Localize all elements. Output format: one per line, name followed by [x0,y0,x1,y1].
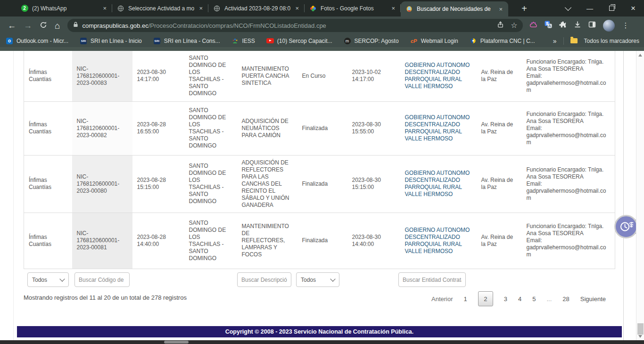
copyright-bar: Copyright © 2008 - 2023 Servicio Naciona… [17,326,622,337]
cloud-extension-icon[interactable] [529,21,537,30]
bookmark-label: SERCOP: Agosto [355,38,399,44]
outlook-letter: o [6,38,13,44]
scroll-up-arrow[interactable] [638,54,642,57]
cell-description: ADQUISICIÓN DE NEUMÁTICOS PARA CAMIÓN [237,101,297,155]
browser-menu-icon[interactable]: ⋮ [622,21,629,30]
page-2-button-active[interactable]: 2 [478,291,493,306]
home-button[interactable]: ⌂ [55,21,60,30]
new-tab-button[interactable]: + [518,2,531,15]
close-tab-icon[interactable]: × [294,5,300,12]
previous-page-button[interactable]: Anterior [431,295,453,303]
cell-location: SANTO DOMINGO DE LOS TSACHILAS - SANTO D… [184,51,237,101]
cell-start-date: 2023-08-30 14:17:00 [132,51,184,101]
bookmark-sri-consultas[interactable]: SRI SRI en Línea - Cons... [153,37,220,45]
next-page-button[interactable]: Siguiente [580,295,606,303]
cell-location: SANTO DOMINGO DE LOS TSACHILAS - SANTO D… [184,155,237,213]
floating-timer-button[interactable] [614,215,638,238]
cell-end-date: 2023-08-30 15:55:00 [347,101,400,155]
bookmark-label: SRI en Línea - Cons... [164,38,220,44]
entity-link[interactable]: GOBIERNO AUTONOMO DESCENTRALIZADO PARROQ… [405,170,470,197]
page-4-button[interactable]: 4 [518,295,521,303]
tab-title: Seleccione Actividad a modi [128,5,194,12]
cell-contact: Funcionario Encargado: Tnlga. Ana Sosa T… [522,155,615,213]
cell-status: En Curso [297,51,347,101]
entity-link[interactable]: GOBIERNO AUTONOMO DESCENTRALIZADO PARROQ… [405,114,470,142]
all-bookmarks-label[interactable]: Todos los marcadores [584,38,639,44]
close-tab-icon[interactable]: × [498,6,504,13]
bookmark-iess[interactable]: IESS [231,37,255,45]
description-search-input[interactable] [237,272,291,287]
cell-contact: Funcionario Encargado: Tnlga. Ana Sosa T… [522,51,615,101]
entity-link[interactable]: GOBIERNO AUTONOMO DESCENTRALIZADO PARROQ… [405,227,470,254]
bookmark-webmail[interactable]: cP Webmail Login [410,37,458,45]
downloads-icon[interactable] [574,21,581,30]
whatsapp-unread-count: 2 [21,5,28,12]
horizontal-scrollbar[interactable] [0,340,644,344]
extensions-puzzle-icon[interactable] [559,21,567,30]
tab-actividad[interactable]: Actividad 2023-08-29 08:00: × [208,0,305,16]
page-3-button[interactable]: 3 [504,295,507,303]
tab-buscador-necesidades[interactable]: Buscador de Necesidades de × [401,1,508,16]
page-28-button[interactable]: 28 [562,295,569,303]
minimize-button[interactable]: — [579,0,601,16]
bookmark-sercop-youtube[interactable]: (10) Sercop Capacit... [266,37,332,45]
sri-letters: SRI [154,38,160,44]
bookmark-plataforma-cnc[interactable]: Plataforma CNC | C... [470,37,535,45]
contact-name: Funcionario Encargado: Tnlga. Ana Sosa T… [527,58,611,73]
tab-seleccione-actividad[interactable]: Seleccione Actividad a modi × [112,0,208,16]
bookmark-star-icon[interactable]: ☆ [511,22,517,29]
select-value: Todos [301,277,316,283]
reload-button[interactable] [40,21,47,30]
bookmark-sri-inicio[interactable]: SRI SRI en Línea - Inicio [80,37,142,45]
cell-location: SANTO DOMINGO DE LOS TSACHILAS - SANTO D… [184,213,237,269]
close-tab-icon[interactable]: × [390,5,396,12]
browser-window: 2 (2) WhatsApp × Seleccione Actividad a … [0,0,644,344]
cell-process-code: NIC-1768120600001-2023-00081 [72,213,132,269]
side-panel-icon[interactable] [588,21,596,30]
cell-process-type: Ínfimas Cuantías [24,213,72,269]
scroll-down-arrow[interactable] [638,335,642,338]
address-bar[interactable]: compraspublicas.gob.ec/ProcesoContrataci… [67,19,523,32]
forward-button[interactable]: → [24,21,32,30]
tab-google-fotos[interactable]: Fotos - Google Fotos × [305,0,401,16]
tab-search-icon[interactable] [557,0,579,16]
type-filter-select[interactable]: Todos [27,272,69,287]
vertical-scrollbar[interactable] [636,51,644,340]
table-row: Ínfimas Cuantías NIC-1768120600001-2023-… [24,213,615,269]
close-tab-icon[interactable]: × [198,5,204,12]
contact-email: Email: gadprvallehermoso@hotmail.com [527,237,611,258]
cell-end-date: 2023-10-02 14:17:00 [347,51,400,101]
bookmark-outlook[interactable]: o Outlook.com - Micr... [6,37,68,45]
share-icon[interactable] [497,21,504,30]
cell-entity: GOBIERNO AUTONOMO DESCENTRALIZADO PARROQ… [400,213,477,269]
back-button[interactable]: ← [8,21,16,30]
bookmark-sercop-agosto[interactable]: m SERCOP: Agosto [344,37,399,45]
outlook-icon: o [6,37,13,45]
bookmark-label: SRI en Línea - Inicio [91,38,142,44]
restore-button[interactable] [601,0,622,16]
page-5-button[interactable]: 5 [532,295,536,303]
vertical-scrollbar-thumb[interactable] [637,323,644,335]
cpanel-icon: cP [410,37,418,45]
window-controls: — × [557,0,644,16]
close-tab-icon[interactable]: × [102,5,107,12]
cell-start-date: 2023-08-28 14:40:00 [132,213,184,269]
cell-process-type: Ínfimas Cuantías [24,101,72,155]
entity-search-input[interactable] [398,272,466,287]
page-1-button[interactable]: 1 [464,295,467,303]
horizontal-scrollbar-thumb[interactable] [164,341,189,344]
cnc-icon [470,37,477,45]
bookmarks-overflow-chevron[interactable]: » [553,37,557,45]
winged-clock-icon [619,220,634,234]
translate-extension-icon[interactable] [545,21,552,30]
cell-location: SANTO DOMINGO DE LOS TSACHILAS - SANTO D… [184,101,237,155]
status-filter-select[interactable]: Todos [296,272,339,287]
profile-avatar[interactable] [603,20,615,32]
tab-whatsapp[interactable]: 2 (2) WhatsApp × [16,0,112,16]
url-domain: compraspublicas.gob.ec [82,22,148,29]
code-search-input[interactable] [74,272,130,287]
tab-title: Actividad 2023-08-29 08:00: [224,5,290,12]
entity-link[interactable]: GOBIERNO AUTONOMO DESCENTRALIZADO PARROQ… [405,62,470,90]
lock-icon[interactable] [73,21,78,30]
close-window-button[interactable]: × [622,0,644,16]
